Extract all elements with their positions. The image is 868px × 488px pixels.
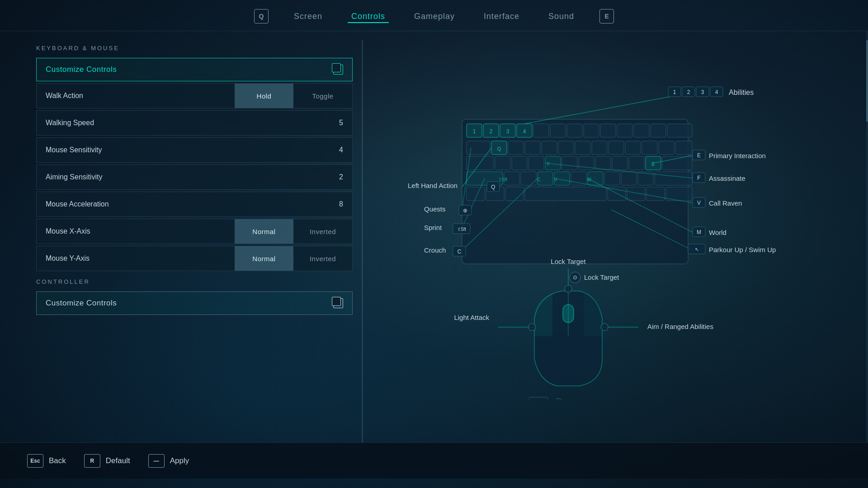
nav-item-controls[interactable]: Controls xyxy=(348,10,389,23)
keyboard-customize-label: Customize Controls xyxy=(46,65,117,74)
walking-speed-value: 5 xyxy=(325,119,352,127)
mouse-x-axis-toggle[interactable]: Normal Inverted xyxy=(235,219,352,244)
svg-rect-40 xyxy=(612,156,627,170)
svg-rect-23 xyxy=(558,141,574,155)
svg-text:⇧Sft: ⇧Sft xyxy=(498,177,507,182)
back-key: Esc xyxy=(27,454,43,468)
svg-text:Lock Target: Lock Target xyxy=(551,258,586,265)
svg-rect-10 xyxy=(617,124,632,137)
svg-rect-39 xyxy=(595,156,611,170)
svg-text:4: 4 xyxy=(523,128,526,135)
copy-icon xyxy=(333,65,343,75)
svg-rect-119 xyxy=(563,305,574,323)
walk-action-toggle-btn[interactable]: Toggle xyxy=(293,84,352,108)
svg-text:Crouch: Crouch xyxy=(424,246,446,254)
nav-key-e: E xyxy=(599,9,614,23)
scroll-thumb[interactable] xyxy=(866,40,868,122)
controller-copy-icon xyxy=(333,298,343,308)
svg-rect-37 xyxy=(562,156,577,170)
aiming-sensitivity-row: Aiming Sensitivity 2 xyxy=(36,164,353,190)
crouch-label: Crouch C xyxy=(424,246,466,256)
svg-rect-6 xyxy=(550,124,566,137)
nav-item-gameplay[interactable]: Gameplay xyxy=(410,10,458,23)
svg-point-124 xyxy=(601,324,608,331)
svg-text:C: C xyxy=(457,249,461,255)
svg-rect-5 xyxy=(533,124,549,137)
default-button[interactable]: R Default xyxy=(84,454,130,468)
sprint-label: Sprint ⇧Sft xyxy=(424,224,470,234)
back-button[interactable]: Esc Back xyxy=(27,454,66,468)
svg-rect-34 xyxy=(512,156,527,170)
svg-text:3: 3 xyxy=(701,89,704,95)
svg-text:4: 4 xyxy=(715,89,718,95)
svg-text:M: M xyxy=(697,229,701,235)
svg-text:⇧Sft: ⇧Sft xyxy=(457,227,466,232)
svg-text:Assassinate: Assassinate xyxy=(709,174,745,182)
svg-rect-21 xyxy=(525,141,540,155)
controls-diagram: 1 2 3 4 Q xyxy=(408,83,815,399)
svg-rect-24 xyxy=(575,141,590,155)
svg-text:3: 3 xyxy=(506,128,509,135)
svg-rect-33 xyxy=(495,156,510,170)
svg-text:Lock Target: Lock Target xyxy=(584,273,619,281)
primary-interaction-label: E Primary Interaction xyxy=(693,150,766,160)
walking-speed-label: Walking Speed xyxy=(37,119,325,127)
nav-item-screen[interactable]: Screen xyxy=(290,10,326,23)
default-key: R xyxy=(84,454,100,468)
top-navigation: Q Screen Controls Gameplay Interface Sou… xyxy=(0,0,868,31)
svg-text:⊕: ⊕ xyxy=(463,207,467,214)
svg-text:Sprint: Sprint xyxy=(424,224,442,231)
svg-text:+: + xyxy=(552,399,555,399)
nav-item-sound[interactable]: Sound xyxy=(545,10,578,23)
apply-button[interactable]: — Apply xyxy=(148,454,189,468)
svg-rect-25 xyxy=(592,141,607,155)
mouse-y-axis-label: Mouse Y-Axis xyxy=(37,254,235,263)
mouse-acceleration-value: 8 xyxy=(325,200,352,208)
svg-text:E: E xyxy=(697,152,700,159)
apply-label: Apply xyxy=(170,456,189,465)
mouse-x-axis-row: Mouse X-Axis Normal Inverted xyxy=(36,219,353,244)
controller-section: CONTROLLER Customize Controls xyxy=(36,278,353,315)
svg-rect-28 xyxy=(642,141,657,155)
svg-text:World: World xyxy=(709,229,726,236)
walk-action-hold-btn[interactable]: Hold xyxy=(235,84,293,108)
aiming-sensitivity-label: Aiming Sensitivity xyxy=(37,173,325,181)
nav-item-interface[interactable]: Interface xyxy=(480,10,523,23)
svg-rect-51 xyxy=(571,172,586,185)
svg-rect-26 xyxy=(609,141,624,155)
lock-target-label: ⊙ Lock Target xyxy=(570,272,619,283)
mouse-y-axis-toggle[interactable]: Normal Inverted xyxy=(235,246,352,271)
controller-customize-controls-button[interactable]: Customize Controls xyxy=(36,291,353,315)
mouse-x-normal-btn[interactable]: Normal xyxy=(235,219,293,244)
walk-action-toggle[interactable]: Hold Toggle xyxy=(235,84,352,108)
nav-key-q: Q xyxy=(254,9,269,23)
svg-rect-13 xyxy=(667,124,692,137)
mouse-y-axis-row: Mouse Y-Axis Normal Inverted xyxy=(36,246,353,271)
svg-text:Aim / Ranged Abilities: Aim / Ranged Abilities xyxy=(647,323,713,330)
svg-rect-20 xyxy=(508,141,524,155)
svg-text:2: 2 xyxy=(489,128,492,135)
parkour-up-label: ↖ Parkour Up / Swim Up xyxy=(688,244,776,254)
svg-rect-130 xyxy=(529,397,548,399)
svg-text:Heavy Attack: Heavy Attack xyxy=(566,398,606,399)
svg-point-121 xyxy=(528,324,536,331)
svg-text:F: F xyxy=(547,161,550,167)
apply-key: — xyxy=(148,454,165,468)
svg-text:C: C xyxy=(537,177,541,182)
svg-rect-41 xyxy=(629,156,644,170)
svg-text:1: 1 xyxy=(673,89,676,95)
svg-rect-11 xyxy=(634,124,649,137)
default-label: Default xyxy=(106,456,130,465)
controller-customize-label: Customize Controls xyxy=(46,299,117,308)
svg-text:V: V xyxy=(554,177,557,182)
mouse-y-inverted-btn[interactable]: Inverted xyxy=(293,246,352,271)
mouse-y-normal-btn[interactable]: Normal xyxy=(235,246,293,271)
svg-rect-35 xyxy=(528,156,544,170)
svg-point-133 xyxy=(555,399,562,399)
svg-rect-63 xyxy=(505,187,524,201)
keyboard-customize-controls-button[interactable]: Customize Controls xyxy=(36,58,353,81)
svg-rect-8 xyxy=(584,124,599,137)
mouse-x-inverted-btn[interactable]: Inverted xyxy=(293,219,352,244)
svg-text:F: F xyxy=(697,175,700,181)
svg-text:⊙: ⊙ xyxy=(573,274,577,281)
